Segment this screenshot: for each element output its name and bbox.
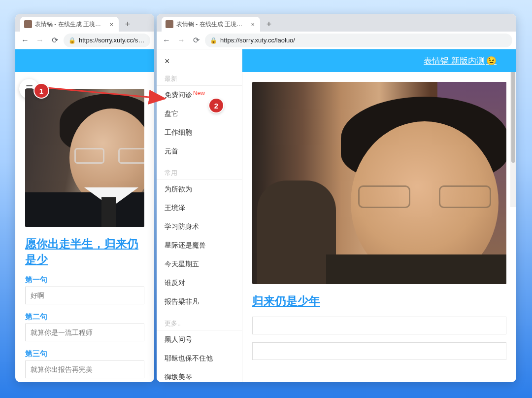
drawer-close-button[interactable]: ×	[157, 56, 242, 67]
tab-strip: 表情锅 - 在线生成 王境泽 为所欲 × +	[157, 14, 516, 32]
line-3-input[interactable]	[25, 361, 144, 378]
drawer-item-blackman[interactable]: 黑人问号	[157, 330, 242, 349]
drawer-item-friday[interactable]: 今天星期五	[157, 255, 242, 274]
back-button[interactable]: ←	[19, 35, 31, 46]
field-label: 第二句	[25, 312, 144, 322]
drawer-item-weisuoyuwei[interactable]: 为所欲为	[157, 180, 242, 199]
forward-button[interactable]: →	[34, 35, 46, 46]
browser-window-left: 表情锅 - 在线生成 王境泽 为所欲 × + ← → ⟳ 🔒 https://s…	[15, 14, 154, 382]
line-1-input[interactable]	[252, 317, 506, 334]
annotation-marker-1: 1	[34, 84, 48, 98]
field-label: 第三句	[25, 349, 144, 359]
form-group-3: 第三句	[25, 349, 144, 378]
tab-title: 表情锅 - 在线生成 王境泽 为所欲	[176, 20, 246, 29]
field-label: 第一句	[25, 275, 144, 285]
lock-icon: 🔒	[210, 37, 217, 44]
form-group-1: 第一句	[25, 275, 144, 304]
favicon-icon	[166, 20, 173, 28]
drawer-section-more: 更多..	[157, 311, 242, 330]
close-tab-icon[interactable]: ×	[108, 21, 115, 28]
favicon-icon	[24, 20, 32, 28]
line-1-input[interactable]	[25, 287, 144, 304]
browser-window-right: 表情锅 - 在线生成 王境泽 为所欲 × + ← → ⟳ 🔒 https://s…	[157, 14, 516, 382]
forward-button[interactable]: →	[175, 35, 187, 46]
drawer-section-latest: 最新	[157, 67, 242, 86]
drawer-item-oppose[interactable]: 谁反对	[157, 274, 242, 292]
top-banner	[15, 49, 154, 72]
browser-toolbar: ← → ⟳ 🔒 https://sorry.xuty.cc/laoluo/	[157, 32, 516, 49]
address-bar[interactable]: 🔒 https://sorry.xuty.cc/sorry/	[64, 34, 150, 47]
form-group-2	[252, 342, 506, 360]
back-button[interactable]: ←	[161, 35, 172, 46]
template-drawer: × 最新 免费问诊 盘它 工作细胞 元首 常用 为所欲为 王境泽 学习防身术 星…	[157, 49, 242, 382]
new-tab-button[interactable]: +	[122, 18, 133, 30]
drawer-item-jesus[interactable]: 耶稣也保不住他	[157, 349, 242, 368]
drawer-item-defense[interactable]: 学习防身术	[157, 217, 242, 236]
hero-title-link[interactable]: 愿你出走半生，归来仍是少	[25, 236, 144, 267]
drawer-item-starcraft[interactable]: 星际还是魔兽	[157, 236, 242, 255]
annotation-marker-2: 2	[209, 99, 223, 112]
page-content: ☰ 愿你出走半生，归来仍是少 第一句 第二句 第三句	[15, 49, 154, 382]
tab-title: 表情锅 - 在线生成 王境泽 为所欲	[35, 20, 105, 29]
hero-image	[25, 89, 144, 227]
drawer-item-liang[interactable]: 报告梁非凡	[157, 292, 242, 311]
tab-strip: 表情锅 - 在线生成 王境泽 为所欲 × +	[15, 14, 154, 32]
drawer-item-panta[interactable]: 盘它	[157, 105, 242, 123]
reload-button[interactable]: ⟳	[190, 35, 202, 46]
form-group-2: 第二句	[25, 312, 144, 341]
drawer-section-common: 常用	[157, 161, 242, 180]
browser-toolbar: ← → ⟳ 🔒 https://sorry.xuty.cc/sorry/	[15, 32, 154, 49]
form-group-1	[252, 317, 506, 334]
banner-link-text: 表情锅 新版内测	[424, 56, 485, 66]
reload-button[interactable]: ⟳	[49, 35, 61, 46]
url-text: https://sorry.xuty.cc/laoluo/	[220, 36, 295, 44]
hero-image	[252, 82, 506, 284]
page-content: 表情锅 新版内测😉 × 最新 免费问诊 盘它 工作细胞 元首 常用 为所欲为 王…	[157, 49, 516, 382]
banner-link[interactable]: 表情锅 新版内测😉	[424, 55, 497, 67]
line-2-input[interactable]	[252, 342, 506, 360]
hero-title-link[interactable]: 归来仍是少年	[252, 293, 506, 309]
line-2-input[interactable]	[25, 324, 144, 341]
drawer-item-wangjingze[interactable]: 王境泽	[157, 199, 242, 217]
browser-tab[interactable]: 表情锅 - 在线生成 王境泽 为所欲 ×	[20, 17, 119, 32]
url-text: https://sorry.xuty.cc/sorry/	[79, 36, 145, 44]
drawer-item-free-consult[interactable]: 免费问诊	[157, 86, 242, 105]
drawer-item-misaka[interactable]: 御坂美琴	[157, 368, 242, 382]
lock-icon: 🔒	[68, 37, 76, 44]
drawer-item-yuanshou[interactable]: 元首	[157, 142, 242, 161]
browser-tab[interactable]: 表情锅 - 在线生成 王境泽 为所欲 ×	[162, 17, 260, 32]
address-bar[interactable]: 🔒 https://sorry.xuty.cc/laoluo/	[205, 34, 512, 47]
close-tab-icon[interactable]: ×	[249, 21, 256, 28]
new-tab-button[interactable]: +	[263, 18, 275, 30]
drawer-item-cells[interactable]: 工作细胞	[157, 123, 242, 142]
wink-emoji-icon: 😉	[486, 56, 497, 66]
